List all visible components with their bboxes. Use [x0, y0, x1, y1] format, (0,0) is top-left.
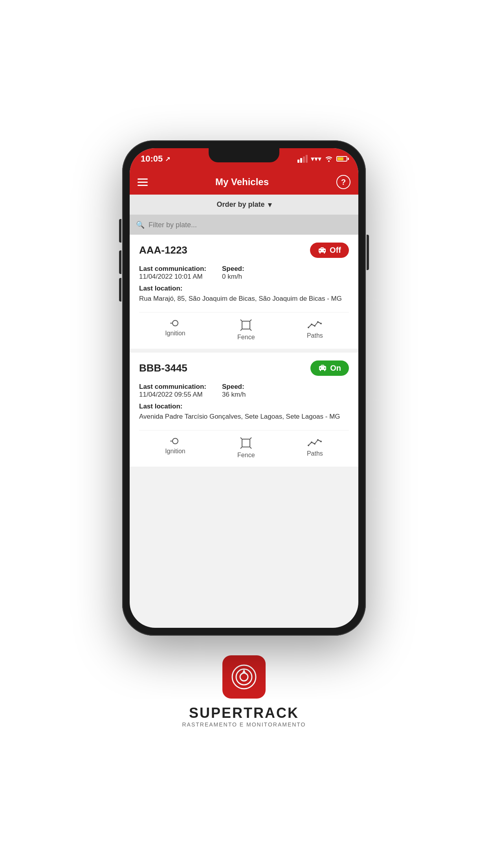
- card-header: AAA-1223 Off: [139, 243, 349, 258]
- svg-point-7: [308, 327, 309, 328]
- comm-date: 11/04/2022 10:01 AM: [139, 273, 206, 281]
- speed-label: Speed:: [222, 265, 244, 273]
- wifi-icon: [325, 156, 333, 162]
- phone-shell: 10:05 ↗ ▾▾▾: [122, 140, 366, 636]
- fence-button[interactable]: Fence: [237, 319, 255, 341]
- svg-line-3: [240, 320, 242, 321]
- status-badge: On: [310, 360, 349, 376]
- svg-point-11: [320, 323, 322, 324]
- status-badge: Off: [310, 243, 349, 258]
- plate-number: BBB-3445: [139, 362, 187, 374]
- sort-label-text: Order by plate: [216, 200, 264, 209]
- svg-point-19: [308, 445, 309, 446]
- ignition-icon: [169, 437, 182, 445]
- svg-line-4: [250, 320, 251, 321]
- chevron-down-icon: ▾: [268, 200, 272, 209]
- action-row: Ignition Fence: [139, 312, 349, 341]
- svg-marker-27: [241, 669, 247, 675]
- search-icon: 🔍: [136, 221, 145, 229]
- notch: [209, 148, 279, 162]
- info-row: Last communication: 11/04/2022 09:55 AM …: [139, 383, 349, 399]
- vehicle-card: BBB-3445 On Last communication: 11/04/20…: [130, 353, 358, 467]
- location-value: Avenida Padre Tarcísio Gonçalves, Sete L…: [139, 412, 349, 421]
- svg-point-12: [172, 438, 178, 444]
- page-title: My Vehicles: [215, 177, 269, 188]
- battery-icon: [336, 156, 347, 162]
- status-time: 10:05 ↗: [141, 154, 170, 164]
- fence-button[interactable]: Fence: [237, 437, 255, 459]
- time-display: 10:05: [141, 154, 163, 164]
- svg-line-17: [240, 447, 242, 449]
- location-value: Rua Marajó, 85, São Joaquim de Bicas, Sã…: [139, 294, 349, 303]
- comm-info: Last communication: 11/04/2022 09:55 AM: [139, 383, 206, 399]
- svg-line-6: [250, 329, 251, 331]
- svg-point-8: [311, 324, 312, 325]
- paths-label: Paths: [307, 450, 323, 457]
- svg-point-26: [240, 673, 248, 681]
- location-label: Last location:: [139, 285, 349, 292]
- brand-tagline: RASTREAMENTO E MONITORAMENTO: [182, 721, 306, 728]
- paths-button[interactable]: Paths: [307, 319, 323, 341]
- svg-line-18: [250, 447, 251, 449]
- location-arrow-icon: ↗: [165, 155, 170, 163]
- app-header: My Vehicles ?: [130, 169, 358, 195]
- speed-value: 36 km/h: [222, 391, 246, 399]
- speed-label: Speed:: [222, 383, 246, 391]
- svg-point-10: [317, 321, 319, 323]
- fence-icon: [240, 437, 252, 449]
- svg-line-16: [250, 438, 251, 439]
- svg-point-22: [317, 439, 319, 441]
- signal-bars-icon: [297, 155, 308, 163]
- brand-name: SUPERTRACK: [189, 705, 299, 721]
- svg-rect-1: [170, 323, 173, 324]
- svg-point-9: [314, 325, 316, 327]
- car-icon: [318, 364, 327, 371]
- paths-icon: [308, 437, 322, 448]
- card-header: BBB-3445 On: [139, 360, 349, 376]
- plate-number: AAA-1223: [139, 244, 187, 256]
- fence-label: Fence: [237, 452, 255, 459]
- svg-rect-14: [242, 439, 250, 447]
- vehicle-card: AAA-1223 Off Last communication: 11/04/2…: [130, 235, 358, 349]
- sort-bar[interactable]: Order by plate ▾: [130, 195, 358, 215]
- content-area: AAA-1223 Off Last communication: 11/04/2…: [130, 235, 358, 471]
- svg-point-21: [314, 443, 316, 445]
- ignition-label: Ignition: [165, 330, 185, 337]
- search-input[interactable]: [149, 221, 352, 229]
- ignition-label: Ignition: [165, 448, 185, 455]
- info-row: Last communication: 11/04/2022 10:01 AM …: [139, 265, 349, 281]
- comm-info: Last communication: 11/04/2022 10:01 AM: [139, 265, 206, 281]
- svg-point-20: [311, 441, 312, 443]
- fence-label: Fence: [237, 334, 255, 341]
- svg-line-5: [240, 329, 242, 331]
- phone-screen: 10:05 ↗ ▾▾▾: [130, 148, 358, 628]
- comm-label: Last communication:: [139, 265, 206, 273]
- help-button[interactable]: ?: [336, 175, 350, 189]
- paths-label: Paths: [307, 332, 323, 339]
- speed-info: Speed: 0 km/h: [222, 265, 244, 281]
- menu-button[interactable]: [138, 178, 148, 186]
- ignition-button[interactable]: Ignition: [165, 437, 185, 459]
- paths-icon: [308, 319, 322, 330]
- search-bar: 🔍: [130, 215, 358, 235]
- speed-value: 0 km/h: [222, 273, 244, 281]
- svg-rect-2: [242, 321, 250, 329]
- ignition-button[interactable]: Ignition: [165, 319, 185, 341]
- logo-svg: [230, 663, 258, 691]
- fence-icon: [240, 319, 252, 331]
- sort-label: Order by plate ▾: [216, 200, 271, 209]
- svg-point-0: [172, 320, 178, 326]
- comm-date: 11/04/2022 09:55 AM: [139, 391, 206, 399]
- supertrack-logo-icon: [222, 655, 266, 699]
- svg-point-23: [320, 441, 322, 442]
- svg-line-15: [240, 438, 242, 439]
- paths-button[interactable]: Paths: [307, 437, 323, 459]
- location-label: Last location:: [139, 403, 349, 410]
- wifi-icon: ▾▾▾: [311, 154, 321, 163]
- speed-info: Speed: 36 km/h: [222, 383, 246, 399]
- comm-label: Last communication:: [139, 383, 206, 391]
- car-icon: [318, 247, 327, 254]
- status-icons: ▾▾▾: [297, 154, 347, 163]
- svg-rect-13: [170, 441, 173, 441]
- action-row: Ignition Fence: [139, 430, 349, 459]
